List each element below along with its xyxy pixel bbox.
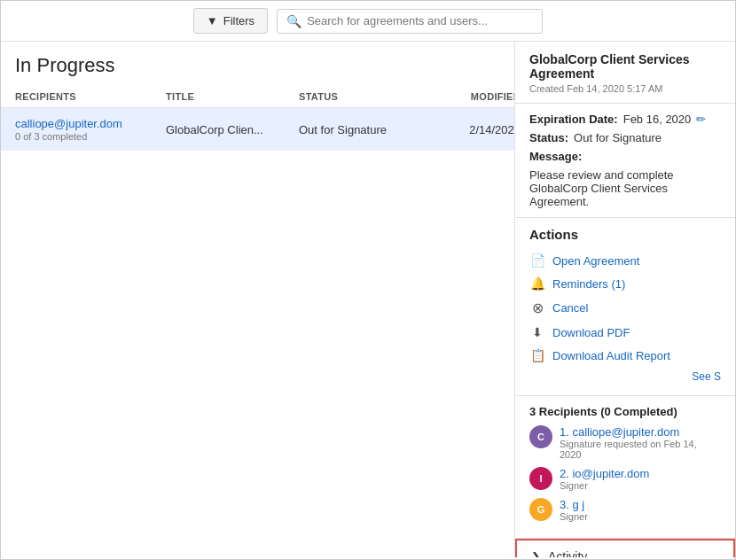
bell-icon: 🔔 (529, 276, 545, 291)
activity-bar[interactable]: ❯ Activity (515, 539, 735, 557)
avatar-1: C (529, 425, 552, 448)
status-label: Status: (529, 131, 568, 144)
action-cancel-label: Cancel (552, 301, 588, 315)
chevron-right-icon: ❯ (531, 550, 541, 558)
col-title: TITLE (166, 91, 299, 102)
expiration-row: Expiration Date: Feb 16, 2020 ✏ (529, 113, 721, 126)
message-value: Please review and complete GlobalCorp Cl… (529, 168, 721, 208)
actions-title: Actions (529, 227, 721, 242)
recipient-cell: calliope@jupiter.dom 0 of 3 completed (15, 117, 166, 142)
search-input[interactable] (307, 14, 533, 27)
filter-label: Filters (223, 14, 254, 27)
detail-created: Created Feb 14, 2020 5:17 AM (529, 83, 721, 94)
row-status: Out for Signature (299, 123, 432, 136)
document-icon: 📄 (529, 253, 545, 268)
see-more-link[interactable]: See S (529, 367, 721, 386)
row-modified: 2/14/2020 (432, 123, 515, 136)
action-download-audit[interactable]: 📋 Download Audit Report (529, 344, 721, 367)
search-icon: 🔍 (286, 14, 301, 28)
cancel-icon: ⊗ (529, 299, 545, 316)
message-row: Message: (529, 150, 721, 163)
action-reminders[interactable]: 🔔 Reminders (1) (529, 272, 721, 295)
detail-title: GlobalCorp Client Services Agreement (529, 52, 721, 81)
action-cancel[interactable]: ⊗ Cancel (529, 295, 721, 321)
avatar-3: G (529, 498, 552, 521)
filter-icon: ▼ (207, 14, 218, 27)
section-title: In Progress (1, 42, 514, 86)
expiration-value: Feb 16, 2020 (623, 113, 692, 126)
action-download-audit-label: Download Audit Report (552, 349, 670, 362)
recipient-item-2: I 2. io@jupiter.dom Signer (529, 467, 721, 491)
action-download-pdf-label: Download PDF (552, 326, 630, 339)
detail-meta: Expiration Date: Feb 16, 2020 ✏ Status: … (515, 104, 735, 218)
search-bar: 🔍 (277, 9, 543, 34)
recipient-item-3: G 3. g j Signer (529, 498, 721, 522)
actions-section: Actions 📄 Open Agreement 🔔 Reminders (1)… (515, 218, 735, 396)
recipient-name-1[interactable]: 1. calliope@jupiter.dom (560, 425, 721, 439)
detail-header: GlobalCorp Client Services Agreement Cre… (515, 42, 735, 104)
right-panel: GlobalCorp Client Services Agreement Cre… (515, 42, 735, 557)
activity-label: Activity (548, 549, 587, 557)
expiration-label: Expiration Date: (529, 113, 618, 126)
pdf-download-icon: ⬇ (529, 325, 545, 339)
recipient-info-2: 2. io@jupiter.dom Signer (560, 467, 649, 491)
recipient-role-1: Signature requested on Feb 14, 2020 (560, 439, 721, 460)
filter-button[interactable]: ▼ Filters (193, 8, 268, 34)
toolbar: ▼ Filters 🔍 (1, 1, 735, 42)
col-modified: MODIFIED (432, 91, 515, 102)
recipient-info-1: 1. calliope@jupiter.dom Signature reques… (560, 425, 721, 460)
table-header: RECIPIENTS TITLE STATUS MODIFIED (1, 86, 514, 108)
audit-download-icon: 📋 (529, 348, 545, 362)
left-panel: In Progress RECIPIENTS TITLE STATUS MODI… (1, 42, 515, 557)
action-open-agreement[interactable]: 📄 Open Agreement (529, 249, 721, 272)
action-reminders-label: Reminders (1) (552, 277, 625, 291)
recipient-info-3: 3. g j Signer (560, 498, 588, 522)
main-layout: In Progress RECIPIENTS TITLE STATUS MODI… (1, 42, 735, 557)
edit-icon[interactable]: ✏ (696, 113, 706, 126)
recipient-email: calliope@jupiter.dom (15, 117, 166, 130)
action-download-pdf[interactable]: ⬇ Download PDF (529, 321, 721, 344)
recipient-name-2[interactable]: 2. io@jupiter.dom (560, 467, 649, 480)
recipient-name-3[interactable]: 3. g j (560, 498, 588, 511)
recipient-sub: 0 of 3 completed (15, 131, 166, 142)
table-row[interactable]: calliope@jupiter.dom 0 of 3 completed Gl… (1, 108, 514, 151)
col-status: STATUS (299, 91, 432, 102)
recipients-section: 3 Recipients (0 Completed) C 1. calliope… (515, 396, 735, 539)
recipient-role-2: Signer (560, 480, 649, 491)
row-title: GlobalCorp Clien... (166, 123, 299, 136)
status-value: Out for Signature (574, 131, 662, 144)
col-recipients: RECIPIENTS (15, 91, 166, 102)
status-row: Status: Out for Signature (529, 131, 721, 144)
recipients-title: 3 Recipients (0 Completed) (529, 405, 721, 418)
recipient-role-3: Signer (560, 511, 588, 522)
action-open-label: Open Agreement (552, 254, 639, 268)
recipient-item-1: C 1. calliope@jupiter.dom Signature requ… (529, 425, 721, 460)
avatar-2: I (529, 467, 552, 490)
message-label: Message: (529, 150, 582, 163)
